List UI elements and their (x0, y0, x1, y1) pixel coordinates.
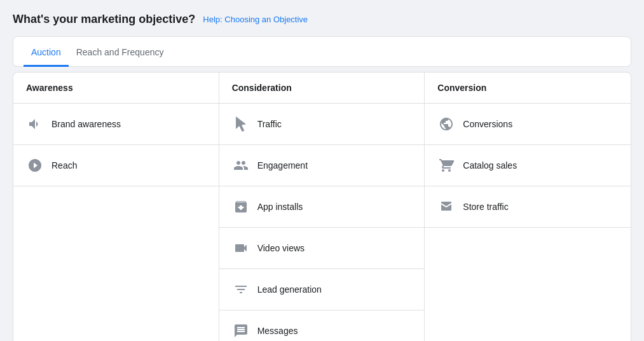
col-header-consideration: Consideration (219, 73, 425, 104)
engagement-label: Engagement (257, 160, 308, 170)
video-icon (232, 239, 250, 257)
page-title: What's your marketing objective? (13, 13, 195, 26)
awareness-empty (13, 186, 219, 341)
store-icon (437, 198, 455, 216)
globe-icon (437, 115, 455, 133)
item-catalog-sales[interactable]: Catalog sales (425, 145, 631, 186)
store-traffic-label: Store traffic (463, 202, 508, 212)
box-icon (232, 198, 250, 216)
messages-label: Messages (257, 326, 298, 336)
brand-awareness-label: Brand awareness (51, 119, 121, 129)
lead-generation-label: Lead generation (257, 284, 322, 295)
cart-icon (437, 157, 455, 174)
traffic-label: Traffic (257, 119, 282, 129)
catalog-sales-label: Catalog sales (463, 160, 517, 170)
tabs-container: Auction Reach and Frequency (13, 36, 631, 67)
col-awareness: Brand awareness Reach (13, 104, 219, 341)
col-header-awareness: Awareness (13, 73, 219, 104)
conversions-label: Conversions (463, 119, 512, 129)
help-link[interactable]: Help: Choosing an Objective (203, 15, 308, 24)
tab-auction[interactable]: Auction (24, 37, 69, 67)
table-body: Brand awareness Reach (13, 104, 631, 341)
item-reach[interactable]: Reach (13, 145, 219, 186)
reach-icon (26, 157, 44, 174)
col-consideration: Traffic Engagement (219, 104, 425, 341)
item-app-installs[interactable]: App installs (219, 186, 425, 228)
video-views-label: Video views (257, 243, 305, 253)
megaphone-icon (26, 115, 44, 133)
item-brand-awareness[interactable]: Brand awareness (13, 104, 219, 145)
item-engagement[interactable]: Engagement (219, 145, 425, 186)
item-store-traffic[interactable]: Store traffic (425, 186, 631, 228)
app-installs-label: App installs (257, 202, 303, 212)
cursor-icon (232, 115, 250, 133)
item-messages[interactable]: Messages (219, 310, 425, 341)
conversion-empty (425, 228, 631, 341)
col-conversion: Conversions Catalog sales (425, 104, 631, 341)
tab-reach-and-frequency[interactable]: Reach and Frequency (69, 37, 172, 67)
filter-icon (232, 281, 250, 298)
item-traffic[interactable]: Traffic (219, 104, 425, 145)
messages-icon (232, 322, 250, 340)
page-container: What's your marketing objective? Help: C… (13, 13, 631, 341)
main-table: Awareness Consideration Conversion Brand… (13, 72, 631, 341)
page-header: What's your marketing objective? Help: C… (13, 13, 631, 26)
reach-label: Reach (51, 160, 77, 170)
item-conversions[interactable]: Conversions (425, 104, 631, 145)
item-video-views[interactable]: Video views (219, 228, 425, 269)
item-lead-generation[interactable]: Lead generation (219, 269, 425, 310)
engagement-icon (232, 157, 250, 174)
col-header-conversion: Conversion (425, 73, 631, 104)
table-header-row: Awareness Consideration Conversion (13, 73, 631, 104)
